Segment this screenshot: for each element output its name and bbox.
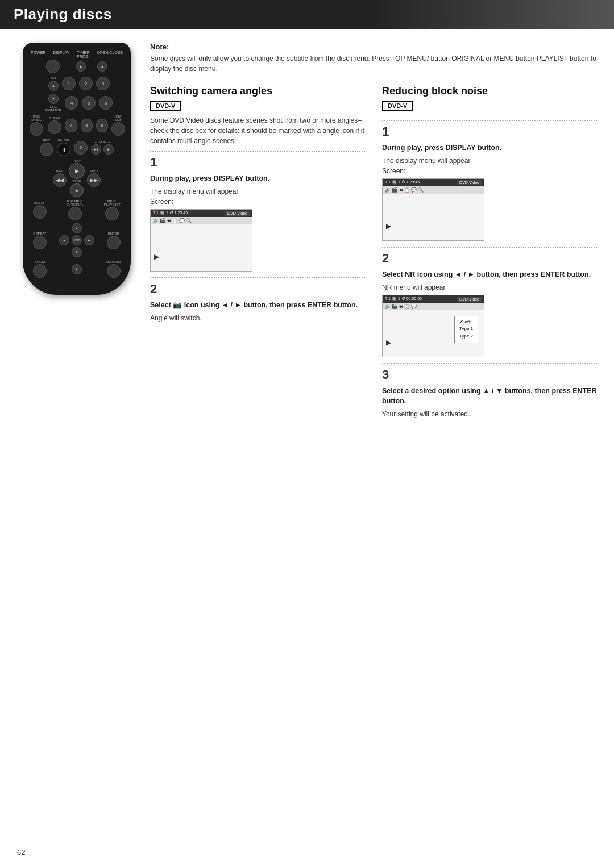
screen2-topbar: T 1 🔘 1 ⏱ 1:23:45 DVD-Video (383, 179, 484, 186)
reducing-step2-number: 2 (382, 247, 597, 266)
switching-title: Switching camera angles (150, 85, 365, 97)
switching-step2-sub: Angle will switch. (150, 314, 365, 322)
num-3-button[interactable]: 3 (96, 77, 110, 90)
num-6-button[interactable]: 6 (99, 96, 113, 110)
open-close-button[interactable]: ▲ (97, 61, 107, 72)
remote-control: POWER DISPLAY TIMERPROG. OPEN/CLOSE ▲ ▲ … (23, 43, 131, 295)
enter-label: ENTER (108, 232, 119, 235)
repeat-button[interactable] (33, 236, 47, 249)
return-button[interactable] (107, 264, 121, 278)
play-button[interactable]: ▶ (69, 163, 85, 179)
note-text: Some discs will only allow you to change… (150, 53, 597, 74)
power-button[interactable] (46, 60, 60, 73)
rec-monitor-label: RECMONITOR (45, 105, 61, 112)
stop-button[interactable]: ■ (70, 183, 84, 197)
timer-prog-label: TIMERPROG. (77, 51, 90, 59)
ch-label: CH (51, 76, 56, 80)
switching-dvd-badge: DVD-V (150, 101, 181, 111)
skip-back-button[interactable]: ⏮ (91, 144, 101, 155)
screen3-topbar: T 1 🔘 1 ⏱ 00:00:00 DVD-Video (383, 295, 484, 303)
reducing-step2-instruction: Select NR icon using ◄ / ► button, then … (382, 269, 597, 280)
menu-button[interactable] (105, 207, 119, 220)
note-section: Note: Some discs will only allow you to … (150, 43, 597, 74)
zoom-button[interactable] (33, 264, 47, 278)
screen3-icons: 🔊 🎬 ⏮ 📋 💬 (383, 303, 484, 310)
switching-step1-number: 1 (150, 151, 365, 170)
enter-button[interactable]: ENT (72, 235, 82, 245)
reducing-step3-number: 3 (382, 363, 597, 382)
nav-left-button[interactable]: ◄ (59, 235, 69, 245)
nav-right-button[interactable]: ► (84, 235, 94, 245)
screen2-body: ▶ (383, 194, 484, 233)
screen1-arrow: ▶ (154, 253, 159, 261)
rev-button[interactable]: ◀◀ (53, 173, 67, 187)
play-label: PLAY (73, 159, 81, 162)
switching-step2-number: 2 (150, 277, 365, 297)
page-title: Playing discs (14, 6, 600, 23)
rev-label: REV (56, 169, 63, 173)
reducing-block-section: Reducing block noise DVD-V 1 During play… (382, 85, 597, 420)
rec-label: REC (43, 139, 51, 142)
num-7-button[interactable]: 7 (65, 119, 77, 132)
num-5-button[interactable]: 5 (82, 96, 96, 110)
skip-fwd-button[interactable]: ⏭ (103, 144, 114, 155)
reducing-step1-number: 1 (382, 120, 597, 139)
remote-control-column: POWER DISPLAY TIMERPROG. OPEN/CLOSE ▲ ▲ … (17, 43, 136, 420)
enter-main-button[interactable] (107, 236, 121, 249)
reducing-step3-sub: Your setting will be activated. (382, 410, 597, 418)
reducing-step1-screen-label: Screen: (382, 167, 597, 175)
screen2-arrow: ▶ (386, 222, 391, 230)
switching-camera-section: Switching camera angles DVD-V Some DVD V… (150, 85, 365, 420)
repeat-label: REPEAT (33, 232, 47, 235)
stop-label: STOP (72, 180, 81, 183)
note-title: Note: (150, 43, 597, 51)
switching-step1-sub: The display menu will appear. (150, 187, 365, 195)
power-label: POWER (31, 51, 45, 59)
cm-skip-button[interactable] (111, 122, 125, 136)
reducing-dvd-badge: DVD-V (382, 101, 413, 111)
top-menu-button[interactable] (68, 207, 82, 220)
num-8-button[interactable]: 8 (81, 119, 93, 132)
skip-label: ← SKIP → (94, 140, 111, 144)
num-0-button[interactable]: 0 (74, 141, 88, 155)
num-1-button[interactable]: 1 (62, 77, 76, 90)
screen1-topbar: T 1 🔘 1 ⏱ 1:23:45 DVD-Video (151, 210, 252, 217)
nav-down-button[interactable]: ▼ (72, 247, 82, 257)
ch-down-button[interactable]: ▼ (48, 94, 59, 104)
num-2-button[interactable]: 2 (79, 77, 93, 90)
num-4-button[interactable]: 4 (65, 96, 78, 110)
nr-menu: ✔ off Type 1 Type 2 (454, 316, 478, 343)
clear-button[interactable] (48, 120, 61, 134)
fwd-label: FWD (90, 169, 98, 173)
switching-step1-screen-label: Screen: (150, 198, 365, 206)
switching-step2-instruction: Select 📷 icon using ◄ / ► button, then p… (150, 300, 365, 311)
menu-playlist-label: MENUPLAY LIST (104, 199, 121, 206)
cm-skip-label: CM SKIP (111, 115, 125, 122)
reducing-step3-instruction: Select a desired option using ▲ / ▼ butt… (382, 386, 597, 407)
reducing-title: Reducing block noise (382, 85, 597, 97)
clear-label: CLEAR (49, 116, 60, 120)
rec-button[interactable] (40, 143, 53, 156)
screen3-arrow: ▶ (386, 339, 391, 347)
fwd-button[interactable]: ▶▶ (87, 173, 101, 187)
page-number: 62 (17, 848, 25, 857)
setup-label: SETUP (34, 201, 45, 205)
setup-button[interactable] (33, 205, 47, 219)
reducing-step1-sub: The display menu will appear. (382, 157, 597, 165)
pause-label: PAUSE (58, 139, 69, 142)
screen1-body: ▶ (151, 224, 252, 264)
nav-up-button[interactable]: ▲ (72, 223, 82, 233)
rec-mode-label: REC MODE (28, 115, 44, 122)
reducing-screen1: T 1 🔘 1 ⏱ 1:23:45 DVD-Video 🔊 🎬 ⏮ 📋 💬 🔍 … (382, 178, 484, 241)
page-header: Playing discs (0, 0, 614, 29)
switching-body: Some DVD Video discs feature scenes shot… (150, 115, 365, 146)
screen2-icons: 🔊 🎬 ⏮ 📋 💬 🔍 (383, 186, 484, 194)
pause-button[interactable]: ⏸ (57, 143, 70, 156)
timer-prog-button[interactable]: ▲ (76, 61, 86, 72)
down2-button[interactable]: ▼ (72, 264, 82, 274)
rec-mode-button[interactable] (30, 122, 43, 136)
zoom-label: ZOOM (35, 260, 45, 264)
ch-up-button[interactable]: ▲ (48, 81, 59, 91)
num-9-button[interactable]: 9 (96, 119, 108, 132)
screen1-icons: 🔊 🎬 ⏮ 📋 💬 🔍 (151, 217, 252, 224)
